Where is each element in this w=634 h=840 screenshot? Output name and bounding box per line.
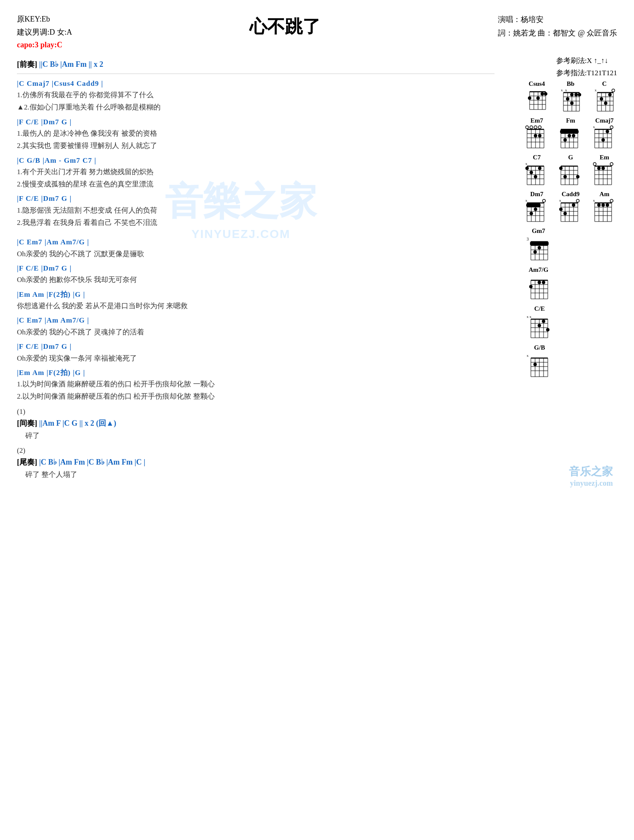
svg-point-131 [601,167,605,170]
section-outro: [尾奏] |C B♭ |Am Fm |C B♭ |Am Fm |C | 碎了 整… [17,457,495,480]
chord-row-2: Em7 [520,117,621,150]
svg-point-189 [533,250,537,254]
svg-text:x: x [559,199,561,202]
svg-point-27 [574,93,578,96]
strum-fingers: 参考指法:T121T121 [556,67,618,79]
svg-point-89 [601,138,605,142]
chorus-lyric5: Oh亲爱的 现实像一条河 幸福被淹死了 [17,353,495,364]
chord-bb: Bb x x [560,80,581,114]
svg-point-46 [526,126,529,129]
chord-g: G [559,154,582,187]
chorus-lyric1: Oh亲爱的 我的心不跳了 沉默更像是骊歌 [17,248,495,260]
chorus-chords6: |Em Am |F(2拍) |G | [17,367,495,378]
v1-chords2: |F C/E |Dm7 G | [17,117,495,128]
capo: capo:3 play:C [17,38,72,52]
section-interlude: [间奏] ||Am F |C G || x 2 (回▲) 碎了 [17,418,495,441]
svg-point-146 [530,212,533,215]
svg-point-133 [543,200,546,202]
svg-point-115 [559,167,563,170]
singer-info: 演唱：杨培安 詞：姚若龙 曲：都智文 @ 众匠音乐 [498,13,617,40]
svg-point-49 [538,126,541,129]
v1-lyric2a: 1.最伤人的 是冰冷神色 像我没有 被爱的资格 [17,128,495,139]
chord-c: C x [594,80,615,114]
original-key: 原KEY:Eb [17,13,72,26]
interlude2-label: (2) [17,445,495,456]
chord-cadd9: Cadd9 x [559,191,582,224]
svg-point-45 [604,101,607,105]
chorus-lyric6b: 2.以为时间像酒 能麻醉硬压着的伤口 松开手伤痕却化脓 整颗心 [17,391,495,402]
v1-lyric2b: 2.其实我也 需要被懂得 理解别人 别人就忘了 [17,140,495,151]
svg-point-116 [563,175,567,178]
svg-point-74 [572,134,575,137]
chorus-lyric4: Oh亲爱的 我的心不跳了 灵魂掉了的活着 [17,326,495,338]
chord-row-5: Gm7 3 [520,227,621,263]
svg-text:x: x [565,88,567,92]
svg-point-216 [542,320,545,323]
chorus-chords2: |F C/E |Dm7 G | [17,263,495,274]
section-chorus2: |F C/E |Dm7 G | Oh亲爱的 抱歉你不快乐 我却无可奈何 [17,263,495,286]
prelude-chords: ||C B♭ |Am Fm || x 2 [39,60,104,68]
chorus-chords4: |C Em7 |Am Am7/G | [17,315,495,326]
chord-gm7: Gm7 3 [526,227,551,263]
chord-row-1: Csus4 [520,80,621,114]
svg-point-29 [566,97,569,101]
prelude-header: [前奏] ||C B♭ |Am Fm || x 2 [17,59,495,69]
chord-panel: Csus4 [520,80,621,383]
svg-point-163 [610,200,613,202]
v1-lyric4a: 1.隐形倔强 无法阻割 不想变成 任何人的负荷 [17,205,495,216]
v1-lyric1a: 1.仿佛所有我最在乎的 你都觉得算不了什么 [17,89,495,101]
chorus-lyric6a: 1.以为时间像酒 能麻醉硬压着的伤口 松开手伤痕却化脓 一颗心 [17,378,495,390]
svg-text:x: x [593,125,595,129]
interlude-chords: ||Am F |C G || x 2 (回▲) [39,419,116,427]
svg-point-61 [538,134,541,137]
interlude-lyric: 碎了 [17,430,495,441]
svg-text:x x: x x [527,315,532,319]
svg-point-43 [608,93,612,96]
section-chorus3: |Em Am |F(2拍) |G | 你想逃避什么 我的爱 若从不是港口当时你为… [17,289,495,312]
svg-point-32 [612,89,615,92]
svg-point-10 [528,96,531,100]
section-v1b4: |F C/E |Dm7 G | 1.隐形倔强 无法阻割 不想变成 任何人的负荷 … [17,193,495,228]
svg-rect-72 [560,130,579,134]
svg-point-174 [597,203,601,207]
v1-lyric4b: 2.我悬浮着 在我身后 看着自己 不笑也不泪流 [17,217,495,228]
svg-point-75 [563,138,567,142]
svg-point-201 [529,285,533,288]
svg-text:x: x [593,199,595,202]
svg-point-12 [541,92,544,96]
chord-am: Am x [593,191,616,224]
chord-em: Em [593,154,616,187]
svg-point-202 [538,281,541,284]
page: 原KEY:Eb 建议男调:D 女:A capo:3 play:C 心不跳了 演唱… [0,0,634,496]
svg-point-44 [600,97,603,101]
outro-lyric: 碎了 整个人塌了 [17,469,495,480]
chord-row-6: Am7/G [520,266,621,302]
chorus-chords5: |F C/E |Dm7 G | [17,341,495,352]
strum-info: 参考刷法:X ↑_↑↓ 参考指法:T121T121 [556,55,618,79]
chord-row-7: C/E x x [520,305,621,341]
svg-point-117 [576,175,579,178]
svg-point-103 [530,171,533,174]
footer-logo: 音乐之家 yinyuezj.com [569,464,613,488]
svg-point-13 [544,92,547,96]
svg-text:x: x [561,88,563,92]
main-content: [前奏] ||C B♭ |Am Fm || x 2 |C Cmaj7 |Csus… [17,59,495,481]
singer: 演唱：杨培安 [498,13,617,26]
svg-point-26 [570,93,574,96]
svg-point-229 [533,363,537,366]
svg-point-203 [542,281,545,284]
outro-chords: |C B♭ |Am Fm |C B♭ |Am Fm |C | [39,458,145,466]
svg-point-77 [610,126,613,129]
chorus-chords3: |Em Am |F(2拍) |G | [17,289,495,300]
chord-dm7: Dm7 x [525,191,548,224]
chord-c7: C7 x [525,154,548,187]
header-area: 原KEY:Eb 建议男调:D 女:A capo:3 play:C 心不跳了 演唱… [17,13,617,52]
chord-csus4: Csus4 [526,80,547,114]
svg-text:x: x [595,88,597,92]
svg-point-160 [559,208,563,211]
chord-am7g: Am7/G [526,266,551,302]
svg-point-148 [577,200,579,202]
svg-point-175 [601,203,605,207]
chord-fm: Fm [559,117,582,150]
svg-point-161 [563,212,567,215]
